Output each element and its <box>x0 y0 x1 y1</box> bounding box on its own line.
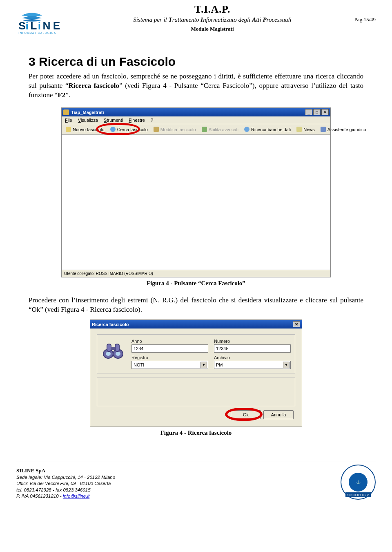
app-window-screenshot: Tiap_Magistrati _ □ ✕ File Visualizza St… <box>61 107 331 277</box>
dialog-close-button[interactable]: ✕ <box>293 321 300 327</box>
footer-line-3: tel. 0823.472928 - fax 0823.346015 <box>16 487 115 494</box>
binoculars-icon <box>101 339 125 362</box>
toolbar-cerca-fascicolo[interactable]: Cerca fascicolo <box>109 126 149 133</box>
app-statusbar: Utente collegato: ROSSI MARIO (ROSSIMARI… <box>62 270 330 277</box>
search-icon <box>110 127 116 132</box>
svg-text:S: S <box>18 20 26 32</box>
menu-strumenti[interactable]: Strumenti <box>104 118 123 123</box>
svg-text:INFORMATICALOGICA: INFORMATICALOGICA <box>18 31 56 34</box>
cancel-button[interactable]: Annulla <box>263 410 294 419</box>
title-module: Modulo Magistrati <box>94 26 331 32</box>
svg-text:i: i <box>25 20 28 32</box>
toolbar-news[interactable]: News <box>295 126 316 133</box>
toolbar-modifica-fascicolo: Modifica fascicolo <box>152 126 198 133</box>
field-numero: Numero 12345 <box>214 339 291 353</box>
toolbar-assistente-giuridico[interactable]: Assistente giuridico <box>319 126 368 133</box>
dialog-results-panel <box>97 378 295 406</box>
figure-caption-2: Figura 4 - Ricerca fascicolo <box>29 429 363 436</box>
svg-point-10 <box>116 352 120 356</box>
title-main: T.I.A.P. <box>94 3 331 16</box>
new-folder-icon <box>66 127 71 132</box>
toolbar-abilita-avvocati: Abilita avvocati <box>200 126 240 133</box>
dialog-title: Ricerca fascicolo <box>92 322 292 327</box>
anno-label: Anno <box>131 339 208 344</box>
logo-container: S i L i N E INFORMATICALOGICA <box>16 3 86 36</box>
maximize-button[interactable]: □ <box>313 109 321 115</box>
field-anno: Anno 1234 <box>131 339 208 353</box>
toolbar-nuovo-fascicolo[interactable]: Nuovo fascicolo <box>64 126 106 133</box>
menu-finestre[interactable]: Finestre <box>129 118 145 123</box>
paragraph-2: Procedere con l’inserimento degli estrem… <box>29 296 363 315</box>
app-toolbar: Nuovo fascicolo Cerca fascicolo Modifica… <box>62 124 330 135</box>
title-sub-prefix: Sistema per il <box>133 16 168 23</box>
registro-label: Registro <box>131 355 208 360</box>
footer-email-link[interactable]: info@siline.it <box>63 494 89 498</box>
footer-company: SILINE SpA <box>16 467 115 474</box>
svg-text:E: E <box>53 20 60 32</box>
archivio-select[interactable]: PM ▼ <box>214 361 291 369</box>
app-content-area <box>62 135 330 270</box>
document-header: S i L i N E INFORMATICALOGICA T.I.A.P. S… <box>0 0 392 39</box>
toolbar-ricerca-banche-dati[interactable]: Ricerca banche dati <box>243 126 292 133</box>
page-number: Pag.15/49 <box>339 3 376 23</box>
siline-logo-icon: S i L i N E INFORMATICALOGICA <box>16 11 76 35</box>
app-title: Tiap_Magistrati <box>71 110 304 115</box>
ok-button[interactable]: Ok <box>231 410 261 419</box>
svg-rect-13 <box>111 347 115 350</box>
paragraph-1: Per poter accedere ad un fascicolo, semp… <box>29 72 363 100</box>
news-icon <box>296 127 302 132</box>
enable-lawyers-icon <box>202 127 207 132</box>
numero-label: Numero <box>214 339 291 344</box>
database-search-icon <box>244 127 249 132</box>
field-archivio: Archivio PM ▼ <box>214 355 291 369</box>
svg-rect-12 <box>115 344 119 351</box>
document-footer: SILINE SpA Sede legale: Via Cappuccini, … <box>16 462 376 505</box>
app-icon <box>63 110 69 115</box>
minimize-button[interactable]: _ <box>305 109 312 115</box>
footer-line-2: Uffici: Via dei Vecchi Pini, 09 - 81100 … <box>16 480 115 487</box>
certification-badge: ⚓ SINCERT DNV <box>341 465 376 500</box>
app-titlebar: Tiap_Magistrati _ □ ✕ <box>62 108 330 116</box>
registro-select[interactable]: NOTI ▼ <box>131 361 208 369</box>
menu-visualizza[interactable]: Visualizza <box>78 118 98 123</box>
dialog-button-row: Ok Annulla <box>97 406 295 423</box>
menu-file[interactable]: File <box>65 118 72 123</box>
chevron-down-icon: ▼ <box>200 362 207 368</box>
menu-help[interactable]: ? <box>151 118 153 123</box>
archivio-label: Archivio <box>214 355 291 360</box>
field-registro: Registro NOTI ▼ <box>131 355 208 369</box>
app-menubar: File Visualizza Strumenti Finestre ? <box>62 116 330 124</box>
legal-assistant-icon <box>321 127 326 132</box>
svg-text:N: N <box>43 20 51 32</box>
svg-text:L: L <box>30 20 37 32</box>
dialog-fields-panel: Anno 1234 Numero 12345 Registro NOTI ▼ <box>97 334 295 373</box>
footer-line-1: Sede legale: Via Cappuccini, 14 - 20122 … <box>16 474 115 481</box>
section-heading: 3 Ricerca di un Fascicolo <box>29 55 363 69</box>
header-title-block: T.I.A.P. Sistema per il Trattamento Info… <box>94 3 331 32</box>
svg-text:i: i <box>38 20 41 32</box>
edit-icon <box>154 127 159 132</box>
anno-input[interactable]: 1234 <box>131 344 208 353</box>
figure-caption-1: Figura 4 - Pulsante “Cerca Fascicolo” <box>29 280 363 287</box>
svg-rect-11 <box>107 344 111 351</box>
chevron-down-icon: ▼ <box>283 362 290 368</box>
footer-line-4: P. IVA 04561231210 - info@siline.it <box>16 493 115 500</box>
cert-anchor-icon: ⚓ <box>349 473 368 492</box>
close-button[interactable]: ✕ <box>321 109 329 115</box>
numero-input[interactable]: 12345 <box>214 344 291 353</box>
dialog-ricerca-fascicolo: Ricerca fascicolo ✕ <box>90 320 302 427</box>
svg-point-9 <box>106 352 111 356</box>
document-body: 3 Ricerca di un Fascicolo Per poter acce… <box>0 39 392 449</box>
dialog-titlebar: Ricerca fascicolo ✕ <box>90 320 302 329</box>
footer-text: SILINE SpA Sede legale: Via Cappuccini, … <box>16 467 115 500</box>
cert-bar-label: SINCERT DNV <box>345 492 371 497</box>
